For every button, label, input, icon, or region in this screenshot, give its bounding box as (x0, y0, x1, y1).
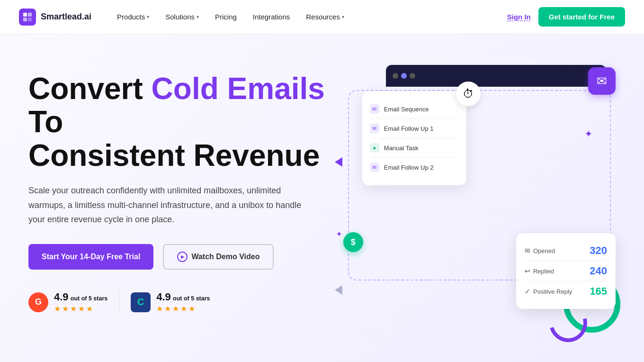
solutions-chevron-icon: ▾ (197, 14, 199, 19)
email-followup2-icon: ✉ (370, 163, 379, 172)
svg-rect-2 (23, 17, 27, 21)
money-badge: $ (343, 232, 363, 252)
sign-in-button[interactable]: Sign In (507, 13, 531, 21)
logo-text: Smartlead.ai (41, 12, 91, 22)
positive-reply-icon: ✓ (525, 288, 530, 295)
replied-count: 240 (590, 265, 607, 277)
stats-card: ✉Opened 320 ↩Replied 240 ✓Positive Reply… (516, 233, 616, 309)
logo-link[interactable]: Smartlead.ai (19, 9, 91, 26)
seq-item-2: ✉ Email Follow Up 1 (370, 119, 459, 138)
sparkle-left: ✦ (336, 230, 342, 238)
timer-badge: ⏱ (456, 81, 481, 106)
g2-score: 4.9 out of 5 stars (54, 291, 107, 303)
g2-logo: G (28, 292, 48, 312)
mail-icon-card: ✉ (588, 67, 616, 95)
nav-item-integrations[interactable]: Integrations (246, 9, 296, 25)
navbar: Smartlead.ai Products ▾ Solutions ▾ Pric… (0, 0, 644, 34)
hero-illustration: ✉ Email Sequence ✉ Email Follow Up 1 ● M… (334, 63, 616, 347)
hero-title: Convert Cold Emails To Consistent Revenu… (28, 72, 334, 172)
dark-bar (386, 65, 606, 87)
products-chevron-icon: ▾ (147, 14, 149, 19)
stats-row-opened: ✉Opened 320 (525, 241, 607, 261)
sequence-card: ✉ Email Sequence ✉ Email Follow Up 1 ● M… (362, 91, 466, 185)
g2-rating: G 4.9 out of 5 stars ★ ★ ★ ★ ★ (28, 291, 107, 313)
hero-buttons: Start Your 14-Day Free Trial ▶ Watch Dem… (28, 244, 334, 270)
svg-rect-0 (23, 12, 27, 16)
svg-rect-1 (28, 12, 32, 16)
capterra-score: 4.9 out of 5 stars (156, 291, 210, 303)
triangle-left-top (335, 157, 342, 167)
trial-button[interactable]: Start Your 14-Day Free Trial (28, 244, 153, 270)
g2-stars: ★ ★ ★ ★ ★ (54, 304, 107, 313)
hero-subtitle: Scale your outreach confidently with unl… (28, 183, 313, 227)
hero-content: Convert Cold Emails To Consistent Revenu… (28, 63, 334, 314)
demo-video-button[interactable]: ▶ Watch Demo Video (163, 244, 274, 270)
nav-item-solutions[interactable]: Solutions ▾ (159, 9, 206, 25)
get-started-button[interactable]: Get started for Free (538, 7, 625, 27)
ratings-section: G 4.9 out of 5 stars ★ ★ ★ ★ ★ C (28, 290, 334, 314)
seq-item-4: ✉ Email Follow Up 2 (370, 158, 459, 177)
nav-item-resources[interactable]: Resources ▾ (299, 9, 351, 25)
replied-icon: ↩ (525, 267, 530, 275)
capterra-rating: C 4.9 out of 5 stars ★ ★ ★ ★ ★ (131, 291, 210, 313)
hero-section: Convert Cold Emails To Consistent Revenu… (0, 34, 644, 362)
seq-item-1: ✉ Email Sequence (370, 100, 459, 119)
manual-task-icon: ● (370, 143, 379, 153)
nav-links: Products ▾ Solutions ▾ Pricing Integrati… (110, 9, 507, 25)
triangle-left-bottom (335, 285, 342, 295)
svg-rect-3 (28, 17, 32, 21)
capterra-stars: ★ ★ ★ ★ ★ (156, 304, 210, 313)
stats-row-replied: ↩Replied 240 (525, 261, 607, 281)
nav-item-products[interactable]: Products ▾ (110, 9, 156, 25)
opened-icon: ✉ (525, 247, 530, 254)
nav-actions: Sign In Get started for Free (507, 7, 625, 27)
positive-reply-count: 165 (590, 285, 607, 298)
capterra-logo: C (131, 292, 151, 312)
email-sequence-icon: ✉ (370, 104, 379, 114)
logo-icon (19, 9, 36, 26)
play-icon: ▶ (177, 252, 188, 262)
resources-chevron-icon: ▾ (342, 14, 344, 19)
seq-item-3: ● Manual Task (370, 138, 459, 158)
stats-row-positive: ✓Positive Reply 165 (525, 281, 607, 301)
nav-item-pricing[interactable]: Pricing (208, 9, 243, 25)
opened-count: 320 (590, 244, 607, 257)
rating-divider (119, 290, 119, 314)
email-followup1-icon: ✉ (370, 124, 379, 133)
